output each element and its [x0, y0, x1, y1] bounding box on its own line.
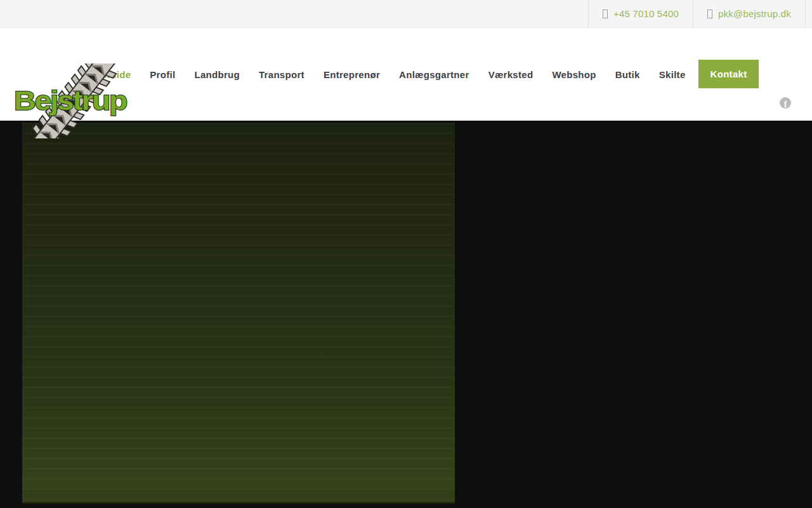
nav-item[interactable]: Anlægsgartner: [399, 69, 469, 80]
nav-item[interactable]: Transport: [259, 69, 304, 80]
kontakt-button[interactable]: Kontakt: [698, 60, 759, 88]
nav-menu: Forside Profil Landbrug Transport Entrep…: [95, 28, 686, 121]
nav-item[interactable]: Skilte: [659, 69, 686, 80]
nav-item[interactable]: Entreprenør: [324, 69, 380, 80]
email-contact[interactable]: pkk@bejstrup.dk: [693, 0, 806, 27]
email-address: pkk@bejstrup.dk: [718, 8, 791, 19]
logo[interactable]: Bejstrup: [13, 64, 130, 141]
topbar: +45 7010 5400 pkk@bejstrup.dk: [0, 0, 812, 28]
mail-icon: [707, 10, 712, 18]
nav-item[interactable]: Værksted: [488, 69, 534, 80]
hero-image: [22, 123, 455, 504]
phone-number: +45 7010 5400: [613, 8, 679, 19]
nav-item[interactable]: Landbrug: [194, 69, 240, 80]
facebook-icon[interactable]: f: [780, 97, 791, 109]
phone-icon: [603, 10, 608, 18]
nav-item[interactable]: Profil: [150, 69, 175, 80]
logo-graphic: Bejstrup: [13, 64, 130, 138]
phone-contact[interactable]: +45 7010 5400: [588, 0, 693, 27]
main-navigation: Bejstrup Forside Profil Landbrug Transpo…: [0, 28, 812, 121]
hero-section: [0, 121, 812, 508]
logo-text: Bejstrup: [14, 85, 127, 116]
nav-item[interactable]: Butik: [615, 69, 640, 80]
nav-item[interactable]: Webshop: [552, 69, 596, 80]
